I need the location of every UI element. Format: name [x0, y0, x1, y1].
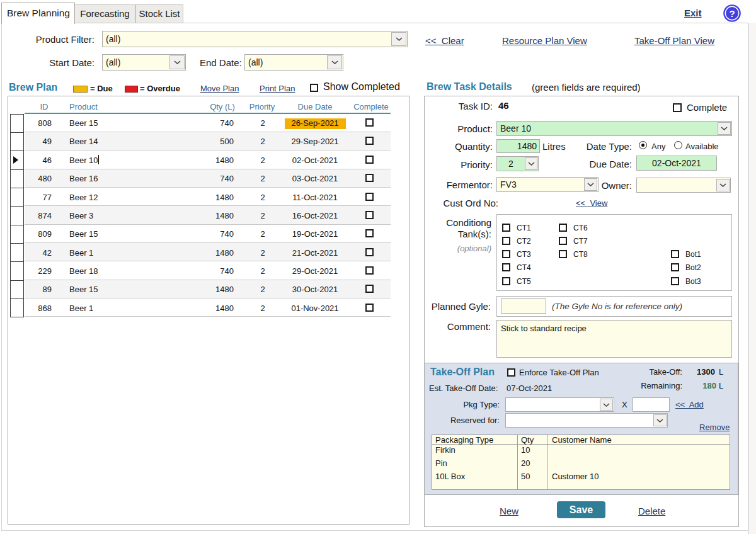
svg-text:?: ? [729, 8, 735, 19]
